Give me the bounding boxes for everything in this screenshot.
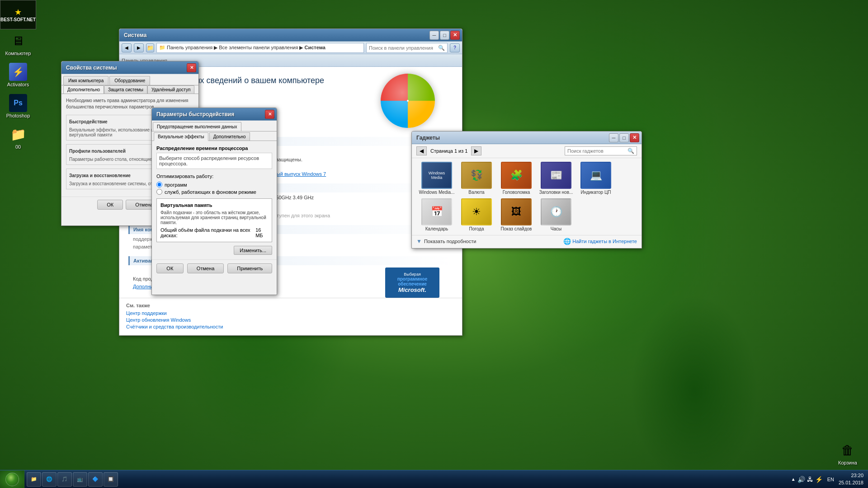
- find-online[interactable]: 🌐 Найти гаджеты в Интернете: [563, 238, 637, 245]
- expand-icon: ▼: [416, 238, 422, 244]
- gadgets-minimize[interactable]: ─: [609, 133, 618, 142]
- perf-tab-dep[interactable]: Предотвращение выполнения данных: [153, 122, 241, 131]
- tray-icons: ▲ 🔊 🖧 ⚡: [791, 476, 823, 483]
- cp-maximize-button[interactable]: □: [440, 31, 449, 40]
- gadget-thumb-weather: ☀: [461, 198, 492, 225]
- gadget-windows-media[interactable]: WindowsMedia Windows Media...: [419, 162, 455, 195]
- vm-change-button[interactable]: Изменить...: [234, 246, 272, 255]
- gadget-puzzle[interactable]: 🧩 Головоломка: [498, 162, 534, 195]
- gadget-name-news: Заголовки нов...: [539, 190, 573, 195]
- gadgets-close[interactable]: ✕: [630, 133, 639, 142]
- taskbar-ie-btn[interactable]: 🌐: [42, 472, 57, 487]
- vm-total: Общий объём файла подкачки на всех диска…: [160, 227, 268, 238]
- start-button[interactable]: [0, 470, 24, 488]
- taskbar-explorer-btn[interactable]: 📁: [27, 472, 41, 487]
- gadget-cpu[interactable]: 💻 Индикатор ЦП: [578, 162, 614, 195]
- taskbar-btn6[interactable]: 🔲: [104, 472, 118, 487]
- gadgets-search-input[interactable]: [567, 148, 627, 154]
- desktop-icon-folder[interactable]: 📁 00: [2, 125, 34, 150]
- radio-programs-input[interactable]: [156, 182, 162, 188]
- gadget-clock[interactable]: 🕐 Часы: [538, 198, 574, 231]
- gadget-calendar[interactable]: 📅 Календарь: [419, 198, 455, 231]
- windows-logo: [381, 74, 439, 132]
- trash-icon-desktop[interactable]: 🗑 Корзина: [832, 441, 863, 465]
- taskbar-wmc-btn[interactable]: 📺: [73, 472, 87, 487]
- perf-tab-visual[interactable]: Визуальные эффекты: [154, 132, 208, 141]
- gadgets-titlebar: Гаджеты ─ □ ✕: [412, 131, 642, 144]
- tray-volume-icon[interactable]: 🔊: [797, 476, 805, 483]
- vm-title: Виртуальная память: [160, 202, 268, 208]
- tray-clock[interactable]: 23:20 25.01.2018: [839, 472, 863, 486]
- gadgets-controls: ─ □ ✕: [609, 133, 639, 142]
- gadgets-footer: ▼ Показать подробности 🌐 Найти гаджеты в…: [412, 235, 642, 247]
- search-input[interactable]: [369, 45, 438, 51]
- computer-icon: 🖥: [9, 32, 27, 50]
- breadcrumb-path[interactable]: 📁 Панель управления ▶ Все элементы панел…: [156, 43, 364, 53]
- taskbar-media-btn[interactable]: 🎵: [57, 472, 72, 487]
- tray-date: 25.01.2018: [839, 479, 863, 486]
- tray-power-icon[interactable]: ⚡: [815, 476, 823, 483]
- site-logo: ★ BEST-SOFT.NET: [0, 0, 36, 29]
- radio-services-input[interactable]: [156, 189, 162, 195]
- sys-props-close[interactable]: ✕: [187, 63, 196, 72]
- gadgets-prev[interactable]: ◀: [416, 146, 427, 155]
- help-button[interactable]: ?: [450, 43, 460, 52]
- folder-icon: 📁: [9, 125, 27, 143]
- tray-language[interactable]: EN: [825, 477, 836, 482]
- tray-network-icon[interactable]: 🖧: [807, 476, 813, 483]
- media-icon: 🎵: [61, 476, 68, 482]
- gadgets-search-icon[interactable]: 🔍: [627, 148, 634, 154]
- folder-up-button[interactable]: 📁: [146, 43, 154, 52]
- gadget-weather[interactable]: ☀ Погода: [458, 198, 495, 231]
- sys-tab-advanced[interactable]: Дополнительно: [63, 85, 104, 94]
- gadgets-maximize[interactable]: □: [619, 133, 629, 142]
- sys-props-tabs: Имя компьютера Оборудование: [61, 74, 198, 85]
- gadget-name-calendar: Календарь: [425, 226, 448, 231]
- search-icon[interactable]: 🔍: [438, 45, 445, 51]
- gadgets-search[interactable]: 🔍: [565, 146, 637, 155]
- sys-props-ok[interactable]: ОК: [97, 200, 123, 210]
- sys-tab-hardware[interactable]: Оборудование: [109, 76, 150, 85]
- desktop-icon-computer[interactable]: 🖥 Компьютер: [2, 32, 34, 56]
- vm-change-container: Изменить...: [156, 246, 272, 255]
- vm-desc: Файл подкачки - это область на жёстком д…: [160, 210, 268, 225]
- cp-minimize-button[interactable]: ─: [429, 31, 439, 40]
- radio-programs[interactable]: программ: [156, 182, 272, 188]
- back-button[interactable]: ◀: [122, 43, 132, 52]
- sys-tab-computer-name[interactable]: Имя компьютера: [63, 76, 108, 85]
- gadgets-next[interactable]: ▶: [471, 146, 481, 155]
- desktop-icon-photoshop[interactable]: Ps Photoshop: [2, 94, 34, 118]
- sys-tab-protect[interactable]: Защита системы: [104, 85, 147, 94]
- virtual-mem-section: Виртуальная память Файл подкачки - это о…: [156, 198, 272, 242]
- cp-close-button[interactable]: ✕: [450, 31, 460, 40]
- perf-apply[interactable]: Применить: [227, 263, 272, 273]
- taskbar-btn5[interactable]: 🔷: [88, 472, 103, 487]
- sys-props-controls: ✕: [187, 63, 196, 72]
- gadget-currency[interactable]: 💱 Валюта: [458, 162, 495, 195]
- perf-dialog-buttons: ОК Отмена Применить: [152, 259, 277, 277]
- desktop-icon-activators[interactable]: ⚡ Activators: [2, 63, 34, 87]
- show-details[interactable]: ▼ Показать подробности: [416, 238, 476, 244]
- cp-window-title: Система: [124, 32, 147, 38]
- gadget-thumb-slideshow: 🖼: [501, 198, 532, 225]
- perf-ok[interactable]: ОК: [156, 263, 184, 273]
- support-center-link[interactable]: Центр поддержки: [126, 310, 455, 316]
- windows-update-link[interactable]: Центр обновления Windows: [126, 317, 455, 323]
- processor-section-title: Распределение времени процессора: [156, 145, 272, 151]
- perf-close[interactable]: ✕: [265, 110, 274, 119]
- forward-button[interactable]: ▶: [134, 43, 144, 52]
- gadget-news[interactable]: 📰 Заголовки нов...: [538, 162, 574, 195]
- tray-expand-icon[interactable]: ▲: [791, 477, 796, 482]
- radio-services[interactable]: служб, работающих в фоновом режиме: [156, 189, 272, 195]
- sys-tab-remote[interactable]: Удалённый доступ: [147, 85, 194, 94]
- search-box[interactable]: 🔍: [366, 43, 448, 53]
- perf-tools-link[interactable]: Счётчики и средства производительности: [126, 324, 455, 329]
- gadget-slideshow[interactable]: 🖼 Показ слайдов: [498, 198, 534, 231]
- breadcrumb-bar: ◀ ▶ 📁 📁 Панель управления ▶ Все элементы…: [119, 42, 462, 54]
- explorer-icon: 📁: [31, 476, 37, 482]
- taskbar-buttons: 📁 🌐 🎵 📺 🔷 🔲: [24, 472, 787, 487]
- gadgets-title: Гаджеты: [416, 135, 440, 141]
- perf-tab-advanced[interactable]: Дополнительно: [209, 132, 250, 141]
- perf-cancel[interactable]: Отмена: [187, 263, 224, 273]
- folder-label: 00: [15, 144, 21, 150]
